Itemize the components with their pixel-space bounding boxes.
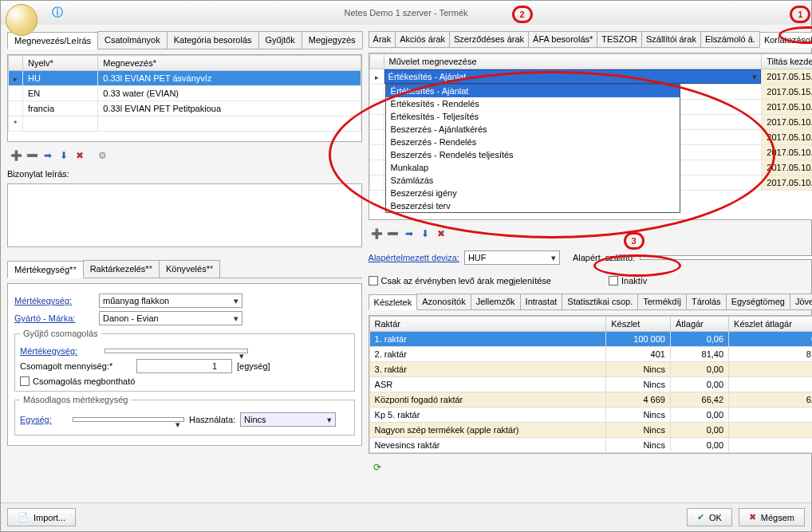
col-raktar[interactable]: Raktár xyxy=(369,317,606,332)
stock-grid[interactable]: Raktár Készlet Átlagár Készlet átlagár 1… xyxy=(369,316,812,453)
tab-szerzodeses[interactable]: Szerződéses árak xyxy=(449,31,529,47)
import-button[interactable]: 📄 Import... xyxy=(7,508,76,526)
tab-akcios[interactable]: Akciós árak xyxy=(395,31,450,47)
tab-jellemzok[interactable]: Jellemzők xyxy=(471,294,521,309)
csomag-me-link[interactable]: Mértékegység: xyxy=(20,346,100,356)
gyarto-link[interactable]: Gyártó - Márka: xyxy=(14,313,94,323)
remove-icon[interactable]: ✖ xyxy=(435,227,447,240)
tab-arak[interactable]: Árak xyxy=(369,31,396,47)
import-icon[interactable]: ⬇ xyxy=(57,149,70,162)
col-keszlet-atlagar[interactable]: Készlet átlagár xyxy=(729,317,812,332)
gear-icon[interactable]: ⚙ xyxy=(96,149,108,162)
tab-afa[interactable]: ÁFA besorolás* xyxy=(528,31,597,47)
inaktiv-checkbox[interactable]: Inaktív xyxy=(609,276,647,286)
table-row[interactable]: Központi fogadó raktár4 66966,4262,00 xyxy=(369,392,812,408)
cell-lang[interactable]: EN xyxy=(23,86,98,101)
muvelet-select[interactable]: Értékesítés - Ajánlat xyxy=(384,69,762,84)
dropdown-option[interactable]: Beszerzési igény xyxy=(386,187,680,199)
tab-statisztikai[interactable]: Statisztikai csop. xyxy=(562,294,638,309)
cancel-button[interactable]: ✖ Mégsem xyxy=(739,508,805,526)
deviza-link[interactable]: Alapértelmezett deviza: xyxy=(369,253,459,262)
dropdown-option[interactable]: Értékesítés - Teljesítés xyxy=(386,110,680,123)
dropdown-option[interactable]: Beszerzés - Ajánlatkérés xyxy=(386,123,680,136)
tab-csatolmanyok[interactable]: Csatolmányok xyxy=(97,31,168,49)
cell-name[interactable]: 0.33l EVIAN PET Petitpakioua xyxy=(98,101,361,116)
dropdown-option[interactable]: Értékesítés - Ajánlat xyxy=(386,85,680,97)
egyseg-select[interactable] xyxy=(73,417,184,422)
cell-date[interactable]: 2017.05.10. xyxy=(762,160,812,175)
tab-egysegtomeg[interactable]: Egységtömeg xyxy=(726,294,790,309)
tab-termekdij[interactable]: Termékdíj xyxy=(637,294,687,309)
table-row[interactable]: Nevesincs raktárNincs0,00 xyxy=(369,438,812,453)
remove-icon[interactable]: ✖ xyxy=(73,149,86,162)
tab-azonositok[interactable]: Azonosítók xyxy=(416,294,471,309)
mertekegyseg-link[interactable]: Mértékegység: xyxy=(14,296,94,305)
add-icon[interactable]: ➕ xyxy=(10,149,22,162)
dropdown-option[interactable]: Értékesítés - Rendelés xyxy=(386,97,680,110)
export-icon[interactable]: ➡ xyxy=(41,149,54,162)
table-row[interactable]: Értékesítés - Ajánlat 2017.05.15. xyxy=(369,69,812,85)
delete-icon[interactable]: ➖ xyxy=(26,149,38,162)
tab-elszamolo[interactable]: Elszámoló á. xyxy=(700,31,760,47)
tab-konyveles[interactable]: Könyvelés* xyxy=(159,260,220,278)
export-icon[interactable]: ➡ xyxy=(403,227,416,240)
cell-date[interactable]: 2017.05.15. xyxy=(762,85,812,100)
dropdown-option[interactable]: Beszerzés - Rendelés xyxy=(386,136,680,148)
deviza-select[interactable]: HUF xyxy=(464,250,560,265)
table-row[interactable]: ASRNincs0,00 xyxy=(369,377,812,392)
dropdown-option[interactable]: Beszerzés - Rendelés teljesítés xyxy=(386,148,680,161)
cell-name[interactable]: 0.33 water (EVIAN) xyxy=(98,86,361,101)
tab-keszletek[interactable]: Készletek xyxy=(369,294,418,310)
bizonylat-textarea[interactable] xyxy=(7,183,362,247)
gyarto-select[interactable]: Danon - Evian xyxy=(99,311,242,325)
muvelet-dropdown[interactable]: Értékesítés - Ajánlat Értékesítés - Rend… xyxy=(385,84,680,213)
col-atlagar[interactable]: Átlagár xyxy=(670,317,728,332)
dropdown-option[interactable]: Beszerzési terv xyxy=(386,199,680,212)
refresh-icon[interactable]: ⟳ xyxy=(371,461,384,474)
col-muvelet[interactable]: Művelet megnevezése xyxy=(384,54,762,69)
dropdown-option[interactable]: Munkalap xyxy=(386,161,680,174)
ok-button[interactable]: ✔ OK xyxy=(687,508,732,526)
delete-icon[interactable]: ➖ xyxy=(387,227,400,240)
csomag-qty-input[interactable]: 1 xyxy=(136,359,232,373)
tab-tarolas[interactable]: Tárolás xyxy=(686,294,727,309)
cell-date[interactable]: 2017.05.10. xyxy=(762,175,812,191)
csomag-me-select[interactable] xyxy=(104,349,248,353)
tab-raktarkezeles[interactable]: Raktárkezelés* xyxy=(83,260,160,278)
table-row[interactable]: EN 0.33 water (EVIAN) xyxy=(9,86,361,101)
tab-szallitoi[interactable]: Szállítói árak xyxy=(641,31,701,47)
mertekegyseg-select[interactable]: műanyag flakkon xyxy=(99,294,242,308)
table-row[interactable]: francia 0.33l EVIAN PET Petitpakioua xyxy=(9,101,361,116)
hasznalata-select[interactable]: Nincs xyxy=(240,412,336,427)
cell-date[interactable]: 2017.05.15. xyxy=(762,69,812,85)
tab-mertekegyseg[interactable]: Mértékegység* xyxy=(7,261,84,278)
tab-kategoria[interactable]: Kategória besorolás xyxy=(167,31,259,49)
names-grid[interactable]: Nyelv* Megnevezés* HU 0.33l EVIAN PET ás… xyxy=(8,55,361,132)
csomag-bonthato-checkbox[interactable]: Csomagolás megbontható xyxy=(20,376,349,386)
cell-date[interactable]: 2017.05.10. xyxy=(762,100,812,115)
table-row-new[interactable] xyxy=(9,116,361,132)
col-tiltas[interactable]: Tiltás kezdete xyxy=(762,54,812,69)
col-megnevezes[interactable]: Megnevezés* xyxy=(98,56,361,71)
table-row[interactable]: Nagyon szép termékek (apple raktár)Nincs… xyxy=(369,423,812,438)
csak-ervenyben-checkbox[interactable]: Csak az érvényben levő árak megjelenítés… xyxy=(369,276,551,286)
cell-lang[interactable]: HU xyxy=(23,71,98,86)
tab-intrastat[interactable]: Intrastat xyxy=(520,294,563,309)
szallito-input[interactable] xyxy=(640,255,812,260)
tab-gyujtok[interactable]: Gyűjtők xyxy=(258,31,302,49)
tab-megjegyzes[interactable]: Megjegyzés xyxy=(302,31,363,49)
table-row[interactable]: HU 0.33l EVIAN PET ásványvíz xyxy=(9,71,361,86)
dropdown-option[interactable]: Számlázás xyxy=(386,174,680,187)
table-row[interactable]: 2. raktár40181,4081,40 xyxy=(369,347,812,362)
egyseg-link[interactable]: Egység: xyxy=(20,415,68,424)
cell-name[interactable]: 0.33l EVIAN PET ásványvíz xyxy=(98,71,361,86)
tab-teszor[interactable]: TESZOR xyxy=(597,31,642,47)
cell-lang[interactable]: francia xyxy=(23,101,98,116)
table-row[interactable]: 3. raktárNincs0,00 xyxy=(369,362,812,377)
info-icon[interactable]: ⓘ xyxy=(52,6,63,20)
cell-date[interactable]: 2017.05.10. xyxy=(762,130,812,145)
tab-jovedeki[interactable]: Jövedéki xyxy=(790,294,812,309)
table-row[interactable]: Kp 5. raktárNincs0,00 xyxy=(369,408,812,423)
col-keszlet[interactable]: Készlet xyxy=(606,317,671,332)
cell-date[interactable]: 2017.05.10. xyxy=(762,145,812,160)
